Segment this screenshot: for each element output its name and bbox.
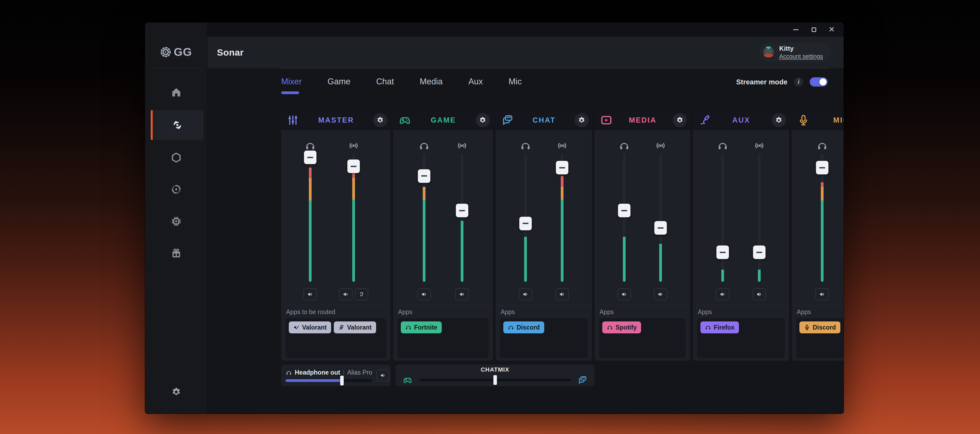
output-volume-handle[interactable] [340,376,344,385]
chat-icon [501,114,514,126]
app-badge-label: Valorant [302,324,327,331]
mic-headphone-volume-slider[interactable] [821,153,824,282]
output-mute-button[interactable] [376,369,390,381]
mute-button[interactable] [815,288,829,300]
app-badge-firefox[interactable]: Firefox [700,321,739,333]
apps-drop-panel[interactable]: Discord [796,318,843,358]
info-icon[interactable]: i [794,77,803,86]
fader-buttons [555,288,569,300]
output-volume-slider[interactable] [286,379,372,382]
mute-button[interactable] [716,288,729,300]
fader-buttons [716,288,729,300]
window-controls: ✕ [792,22,835,37]
chat-stream-slider-handle[interactable] [556,161,568,174]
chat-stream-volume-slider[interactable] [561,153,563,282]
channel-mic: MICAppsDiscord [792,110,843,361]
sidebar-settings-button[interactable] [168,383,185,400]
chat-headphone-slider-handle[interactable] [519,217,532,230]
channel-apps-section: AppsDiscord [792,305,843,361]
game-headphone-volume-slider[interactable] [423,153,425,282]
sidebar-item-engine[interactable] [168,213,185,230]
apps-drop-panel[interactable]: Fortnite [398,318,488,358]
aux-headphone-slider-handle[interactable] [716,246,729,259]
close-button[interactable]: ✕ [828,26,835,34]
sidebar-item-moments[interactable] [168,149,185,166]
footer: Headphone out | Alias Pro CH [281,365,594,386]
headphones-icon [606,324,613,331]
aux-stream-volume-slider[interactable] [758,153,760,282]
master-headphone-volume-slider[interactable] [309,153,312,282]
apps-drop-panel[interactable]: Spotify [599,318,686,358]
account-chip[interactable]: Kitty Account settings [760,43,832,62]
media-stream-slider-handle[interactable] [654,221,667,235]
channel-settings-button[interactable] [373,113,387,127]
game-stream-volume-slider[interactable] [461,153,463,282]
tab-mic[interactable]: Mic [509,77,522,94]
master-headphone-slider-handle[interactable] [304,150,317,164]
speaker-icon [307,291,314,298]
sidebar-item-home[interactable] [168,83,185,101]
tab-label: Media [420,77,442,86]
game-stream-slider-handle[interactable] [456,204,468,217]
chat-headphone-volume-slider[interactable] [524,153,527,282]
app-badge-fortnite[interactable]: Fortnite [401,321,442,333]
channel-settings-button[interactable] [574,113,589,127]
apps-drop-panel[interactable]: ValorantValorant [286,318,386,358]
headphones-icon [304,140,316,152]
channel-settings-button[interactable] [673,113,687,127]
tab-game[interactable]: Game [328,77,350,94]
account-settings-link[interactable]: Account settings [780,53,823,60]
apps-drop-panel[interactable]: Discord [500,318,588,358]
mute-button[interactable] [555,288,569,300]
sidebar-item-sonar[interactable] [151,110,204,140]
mute-button[interactable] [617,288,631,300]
minimize-button[interactable] [792,26,800,34]
tab-mixer[interactable]: Mixer [281,77,302,94]
aux-stream-slider-handle[interactable] [753,246,765,259]
tab-media[interactable]: Media [420,77,442,94]
mute-button[interactable] [654,288,667,300]
master-stream-slider-handle[interactable] [347,160,360,173]
streamer-mode-toggle[interactable] [810,77,827,86]
maximize-button[interactable] [810,26,818,34]
app-badge-spotify[interactable]: Spotify [602,321,641,333]
sidebar-item-giveaways[interactable] [168,244,185,261]
sidebar-item-capture[interactable] [168,181,185,198]
master-stream-volume-slider[interactable] [352,153,355,282]
apps-drop-panel[interactable]: Firefox [697,318,785,358]
game-headphone-slider-handle[interactable] [418,169,430,183]
media-headphone-slider-handle[interactable] [618,204,630,217]
channel-settings-button[interactable] [476,113,490,127]
channel-game: GAMEAppsFortnite [393,110,493,361]
mute-button[interactable] [339,288,353,300]
app-badge-valorant[interactable]: Valorant [334,321,376,333]
tab-aux[interactable]: Aux [468,77,483,94]
channel-settings-button[interactable] [772,113,786,127]
app-badge-label: Discord [813,324,836,331]
media-stream-volume-slider[interactable] [659,153,662,282]
mute-button[interactable] [304,288,317,300]
broadcast-icon [655,140,666,152]
aux-headphone-volume-slider[interactable] [721,153,724,282]
toggle-knob [819,78,827,85]
tab-chat[interactable]: Chat [376,77,394,94]
streamer-mode-label: Streamer mode [736,78,788,86]
channel-faders [496,130,592,305]
mute-button[interactable] [417,288,431,300]
tab-label: Mixer [281,77,302,86]
mute-button[interactable] [455,288,469,300]
mic-headphone-slider-handle[interactable] [816,161,829,174]
chatmix-slider[interactable] [420,379,571,381]
speaker-icon [621,291,628,298]
tab-label: Aux [468,77,483,86]
mic-muted-icon [338,324,345,331]
app-badge-discord[interactable]: Discord [503,321,544,333]
mute-button[interactable] [752,288,766,300]
app-badge-discord[interactable]: Discord [799,321,840,333]
media-headphone-volume-slider[interactable] [623,153,625,282]
mute-button[interactable] [519,288,532,300]
chatmix-handle[interactable] [493,375,497,385]
app-badge-valorant[interactable]: Valorant [289,321,331,333]
listen-button[interactable] [355,288,368,300]
avatar [762,46,775,59]
